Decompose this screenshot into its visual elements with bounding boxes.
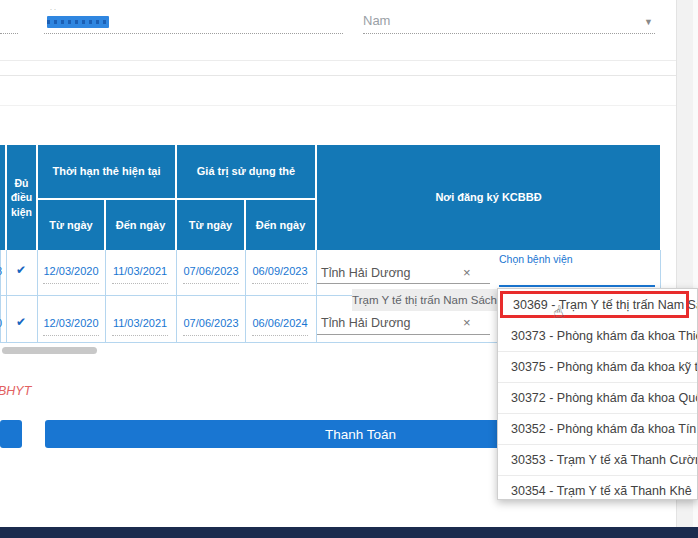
province-input[interactable]: Tỉnh Hải Dương — [321, 316, 411, 330]
bottom-taskbar — [0, 527, 698, 538]
valid-from-input[interactable]: 07/06/2023 — [183, 317, 239, 336]
dropdown-item[interactable]: 30354 - Trạm Y tế xã Thanh Khê — [498, 475, 697, 500]
clipped-left-button[interactable] — [0, 420, 22, 448]
dropdown-item-nam-sach[interactable]: 30369 - Trạm Y tế thị trấn Nam Sách — [500, 291, 689, 318]
header-group-card-validity: Giá trị sử dụng thẻ — [177, 145, 315, 198]
header-cell-registration-place: Nơi đăng ký KCBBĐ — [317, 145, 660, 250]
hospital-tooltip: Trạm Y tế thị trấn Nam Sách — [352, 289, 497, 311]
grid-line — [105, 250, 106, 342]
horizontal-scrollbar-thumb[interactable] — [2, 347, 97, 354]
panel-inner-border — [0, 105, 676, 106]
dropdown-item[interactable]: 30353 - Trạm Y tế xã Thanh Cường — [498, 444, 697, 475]
panel-top-border — [0, 75, 676, 76]
term-from-input[interactable]: 12/03/2020 — [43, 317, 99, 336]
term-to-input[interactable]: 11/03/2021 — [112, 317, 168, 336]
dropdown-item[interactable]: 30373 - Phòng khám đa khoa Thiện Tâ — [498, 320, 697, 351]
grid-line — [37, 250, 38, 342]
name-input-field[interactable] — [44, 33, 343, 34]
province-input-underline — [317, 283, 490, 284]
header-cell-eligibility: Đủ điều kiện — [7, 145, 36, 250]
dropdown-item[interactable]: 30372 - Phòng khám đa khoa Quốc tế T — [498, 382, 697, 413]
term-from-input[interactable]: 12/03/2020 — [43, 265, 99, 284]
section-divider — [0, 60, 676, 61]
hospital-dropdown-list: 30369 - Trạm Y tế thị trấn Nam Sách 3037… — [497, 288, 698, 500]
header-group-current-term: Thời hạn thẻ hiện tại — [38, 145, 175, 198]
clear-province-icon[interactable]: × — [463, 315, 471, 330]
grid-line — [316, 250, 317, 342]
selected-text-highlight — [47, 16, 109, 28]
gender-select[interactable]: Nam — [363, 13, 390, 28]
valid-to-input[interactable]: 06/09/2023 — [252, 265, 308, 284]
choose-hospital-label: Chọn bệnh viện — [499, 253, 573, 265]
header-cell-stub — [0, 145, 5, 250]
dropdown-item[interactable]: 30352 - Phòng khám đa khoa Tín Đức C — [498, 413, 697, 444]
province-input-underline — [317, 334, 490, 335]
chevron-down-icon[interactable]: ▼ — [644, 17, 653, 27]
term-to-input[interactable]: 11/03/2021 — [112, 265, 168, 284]
province-input[interactable]: Tỉnh Hải Dương — [321, 266, 411, 280]
redacted-text-fragment: .. — [50, 4, 58, 11]
valid-from-input[interactable]: 07/06/2023 — [183, 265, 239, 284]
clipped-id-cell: 8 — [0, 265, 6, 277]
header-cell-term-from: Từ ngày — [38, 200, 104, 250]
eligible-check-icon: ✔ — [16, 315, 26, 329]
valid-to-input[interactable]: 06/06/2024 — [252, 317, 308, 336]
dropdown-item[interactable]: 30375 - Phòng khám đa khoa kỹ thuật c — [498, 351, 697, 382]
gender-select-underline[interactable] — [363, 33, 655, 34]
clipped-id-cell: 0 — [0, 317, 6, 329]
grid-line — [6, 250, 7, 342]
clear-province-icon[interactable]: × — [463, 265, 471, 280]
grid-line — [176, 250, 177, 342]
eligible-check-icon: ✔ — [16, 263, 26, 277]
header-cell-term-to: Đến ngày — [106, 200, 175, 250]
grid-line — [245, 250, 246, 342]
app-window: .. Nam ▼ Đủ điều kiện Thời hạn thẻ hiện … — [0, 0, 698, 538]
header-cell-valid-from: Từ ngày — [177, 200, 244, 250]
clipped-input-field[interactable] — [0, 33, 18, 34]
header-cell-valid-to: Đến ngày — [246, 200, 315, 250]
hospital-search-input[interactable] — [499, 285, 655, 287]
bhyt-note-text: BHYT — [0, 384, 31, 398]
